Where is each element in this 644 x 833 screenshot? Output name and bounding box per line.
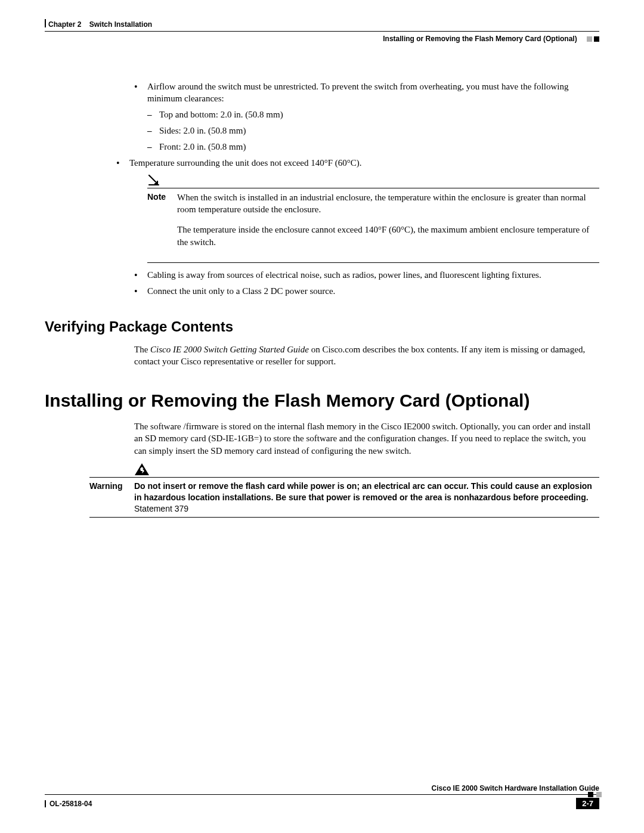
warning-icon — [134, 463, 599, 477]
footer-doc-id: OL-25818-04 — [45, 800, 92, 808]
header-bar — [45, 19, 46, 27]
bullet-text: Cabling is away from sources of electric… — [147, 269, 599, 282]
page-body: • Airflow around the switch must be unre… — [134, 80, 599, 518]
chapter-title: Switch Installation — [89, 20, 152, 29]
note-block: Note When the switch is installed in an … — [147, 174, 599, 263]
doc-id-text: OL-25818-04 — [49, 800, 92, 808]
subbullet-text: Top and bottom: 2.0 in. (50.8 mm) — [159, 109, 599, 120]
paragraph: The software /firmware is stored on the … — [134, 420, 599, 457]
bullet-text: Airflow around the switch must be unrest… — [147, 80, 599, 105]
subbullet-text: Sides: 2.0 in. (50.8 mm) — [159, 125, 599, 137]
bullet-airflow: • Airflow around the switch must be unre… — [134, 80, 599, 105]
note-paragraph: The temperature inside the enclosure can… — [177, 224, 599, 248]
guide-title-italic: Cisco IE 2000 Switch Getting Started Gui… — [150, 345, 309, 354]
warning-statement: Statement 379 — [134, 504, 188, 513]
chapter-number: Chapter 2 — [48, 20, 81, 29]
running-header-right: Installing or Removing the Flash Memory … — [383, 35, 599, 44]
running-header-left: Chapter 2 Switch Installation — [48, 20, 152, 29]
page-header: Chapter 2 Switch Installation Installing… — [45, 18, 599, 48]
page-footer: Cisco IE 2000 Switch Hardware Installati… — [45, 784, 599, 809]
section-title: Installing or Removing the Flash Memory … — [383, 35, 577, 43]
paragraph: The Cisco IE 2000 Switch Getting Started… — [134, 343, 599, 368]
text: The — [134, 345, 150, 354]
bullet-text: Connect the unit only to a Class 2 DC po… — [147, 285, 599, 298]
subbullet-front: – Front: 2.0 in. (50.8 mm) — [147, 141, 599, 153]
header-rule — [45, 31, 599, 32]
footer-rule — [45, 794, 599, 795]
warning-text-bold: Do not insert or remove the flash card w… — [134, 481, 592, 502]
note-label: Note — [147, 191, 177, 256]
warning-label: Warning — [89, 481, 134, 515]
bullet-text: Temperature surrounding the unit does no… — [129, 157, 599, 170]
footer-guide-title: Cisco IE 2000 Switch Hardware Installati… — [45, 784, 599, 792]
bullet-temperature: • Temperature surrounding the unit does … — [116, 157, 599, 170]
bullet-cabling: • Cabling is away from sources of electr… — [134, 269, 599, 282]
heading-flash-memory: Installing or Removing the Flash Memory … — [45, 391, 599, 411]
note-paragraph: When the switch is installed in an indus… — [177, 191, 599, 216]
heading-verifying-package: Verifying Package Contents — [45, 318, 599, 335]
bullet-power-source: • Connect the unit only to a Class 2 DC … — [134, 285, 599, 298]
header-ornament — [585, 35, 599, 44]
subbullet-top-bottom: – Top and bottom: 2.0 in. (50.8 mm) — [147, 109, 599, 120]
subbullet-text: Front: 2.0 in. (50.8 mm) — [159, 141, 599, 153]
warning-block: Warning Do not insert or remove the flas… — [89, 463, 599, 518]
page-number: 2-7 — [576, 798, 599, 809]
subbullet-sides: – Sides: 2.0 in. (50.8 mm) — [147, 125, 599, 137]
note-icon — [147, 174, 599, 187]
